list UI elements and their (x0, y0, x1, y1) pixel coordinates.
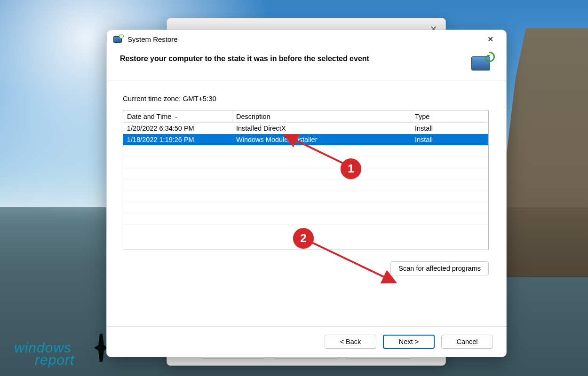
column-label: Type (415, 113, 429, 120)
table-row-empty (123, 179, 488, 190)
system-restore-icon (113, 34, 123, 44)
column-label: Date and Time (127, 113, 171, 120)
annotation-arrow-2 (300, 235, 403, 287)
dialog-body: Current time zone: GMT+5:30 Date and Tim… (107, 80, 506, 326)
cell-date-time: 1/20/2022 6:34:50 PM (123, 123, 232, 134)
column-header-description[interactable]: Description (232, 110, 411, 123)
close-button[interactable]: ✕ (481, 32, 500, 46)
system-restore-dialog: System Restore ✕ Restore your computer t… (106, 30, 507, 357)
table-row-empty (123, 213, 488, 224)
column-header-type[interactable]: Type (411, 110, 488, 123)
watermark-line2: report (35, 354, 74, 366)
window-title: System Restore (127, 35, 178, 43)
annotation-badge-1: 1 (341, 158, 361, 179)
table-header: Date and Time ⌄ Description Type (123, 110, 488, 123)
cell-type: Install (411, 134, 488, 145)
timezone-label: Current time zone: GMT+5:30 (123, 94, 490, 102)
table-row-empty (123, 202, 488, 213)
svg-line-0 (286, 136, 347, 165)
column-label: Description (236, 113, 270, 120)
column-header-date-time[interactable]: Date and Time ⌄ (123, 110, 232, 123)
dialog-heading: Restore your computer to the state it wa… (120, 53, 462, 63)
next-button[interactable]: Next > (383, 335, 435, 349)
dialog-footer: < Back Next > Cancel (107, 327, 506, 357)
sort-indicator-icon: ⌄ (173, 114, 179, 119)
dialog-header: Restore your computer to the state it wa… (107, 48, 506, 80)
scan-affected-programs-button[interactable]: Scan for affected programs (390, 261, 489, 275)
watermark: windows report (14, 342, 74, 366)
titlebar[interactable]: System Restore ✕ (107, 30, 506, 48)
desktop-wallpaper: ✕ System Restore ✕ Restore your computer… (0, 0, 588, 376)
svg-line-1 (309, 241, 394, 282)
cancel-button[interactable]: Cancel (441, 335, 493, 349)
cell-type: Install (411, 123, 488, 134)
cell-date-time: 1/18/2022 1:19:26 PM (123, 134, 232, 145)
table-row-empty (123, 190, 488, 202)
restore-icon (471, 53, 493, 71)
annotation-badge-2: 2 (293, 228, 314, 249)
back-button[interactable]: < Back (325, 335, 376, 349)
